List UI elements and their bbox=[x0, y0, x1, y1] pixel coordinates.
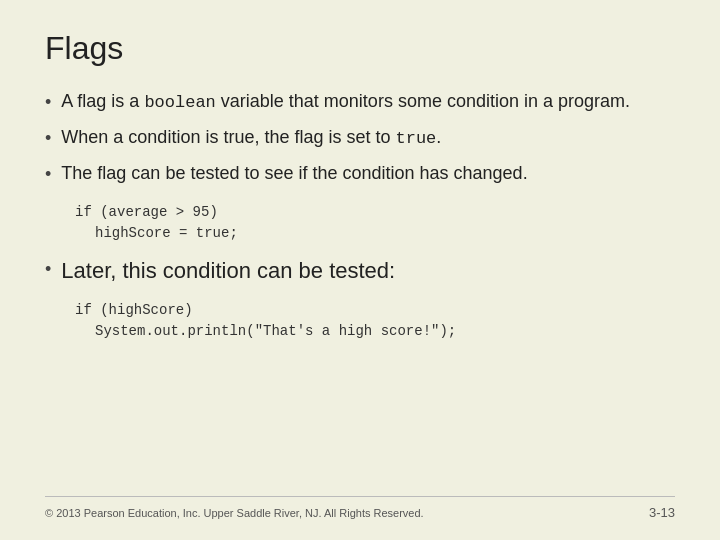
code-boolean: boolean bbox=[144, 93, 215, 112]
bullet-dot-3: • bbox=[45, 162, 51, 186]
footer-copyright: © 2013 Pearson Education, Inc. Upper Sad… bbox=[45, 507, 424, 519]
code-line-1b: highScore = true; bbox=[95, 223, 675, 244]
bullet-item-4: • Later, this condition can be tested: bbox=[45, 256, 675, 286]
bullet-item-3: • The flag can be tested to see if the c… bbox=[45, 161, 675, 186]
code-block-1: if (average > 95) highScore = true; bbox=[75, 202, 675, 244]
code-line-1a: if (average > 95) bbox=[75, 202, 675, 223]
bullet-dot-4: • bbox=[45, 257, 51, 281]
code-block-2: if (highScore) System.out.println("That'… bbox=[75, 300, 675, 342]
bullet-dot-2: • bbox=[45, 126, 51, 150]
code-true: true bbox=[396, 129, 437, 148]
slide-title: Flags bbox=[45, 30, 675, 67]
bullet-text-2: When a condition is true, the flag is se… bbox=[61, 125, 675, 151]
bullet-dot-1: • bbox=[45, 90, 51, 114]
bullet-item-1: • A flag is a boolean variable that moni… bbox=[45, 89, 675, 115]
bullet-text-3: The flag can be tested to see if the con… bbox=[61, 161, 675, 185]
footer-page-number: 3-13 bbox=[649, 505, 675, 520]
content-area: • A flag is a boolean variable that moni… bbox=[45, 89, 675, 496]
code-line-2a: if (highScore) bbox=[75, 300, 675, 321]
slide: Flags • A flag is a boolean variable tha… bbox=[0, 0, 720, 540]
bullet-item-2: • When a condition is true, the flag is … bbox=[45, 125, 675, 151]
footer: © 2013 Pearson Education, Inc. Upper Sad… bbox=[45, 496, 675, 520]
bullet-text-1: A flag is a boolean variable that monito… bbox=[61, 89, 675, 115]
code-line-2b: System.out.println("That's a high score!… bbox=[95, 321, 675, 342]
bullet-text-4: Later, this condition can be tested: bbox=[61, 256, 675, 286]
